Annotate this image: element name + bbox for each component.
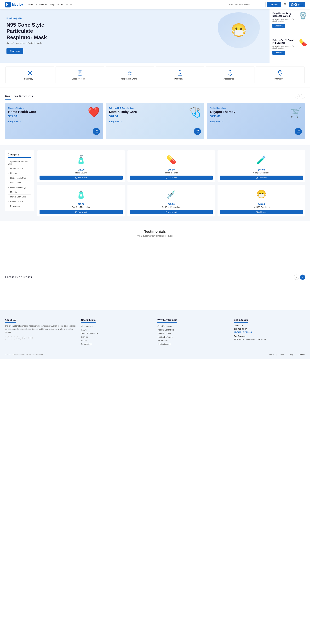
product-4-name: GeriCare Magnesium	[39, 206, 123, 208]
search-area: Search	[227, 2, 281, 7]
category-item-blood-pressure[interactable]: Blood Pressure →	[56, 66, 104, 84]
svg-point-3	[29, 72, 31, 74]
footer-link-all-properties[interactable]: All properties	[81, 324, 153, 328]
social-pinterest[interactable]: p	[22, 336, 27, 340]
cart-button[interactable]: 0 $0.00	[289, 2, 305, 7]
add-to-cart-button-6[interactable]: Add to cart	[220, 210, 303, 214]
hero-shop-now-button[interactable]: Shop Now	[6, 48, 23, 54]
pharmacy-1-icon	[7, 70, 52, 76]
sidebar-item-personal[interactable]: → Personal Care	[8, 199, 31, 204]
footer-why-face[interactable]: Face Masks	[157, 339, 229, 342]
category-item-pharmacy-1[interactable]: Pharmacy →	[5, 66, 54, 84]
sidebar-item-incontinence[interactable]: → Incontinence	[8, 180, 31, 185]
hero-card-2-cta[interactable]: Shop Now	[272, 50, 285, 55]
product-1-image: 🧴	[39, 152, 123, 167]
hero-card-1-cta[interactable]: Shop Now	[272, 24, 285, 28]
featured-card-3-title: Oxygen Therapy	[210, 110, 302, 114]
sidebar-item-firstaid[interactable]: → First Aid	[8, 171, 31, 176]
testimonials-section: Testimonials What customer say amazing p…	[0, 221, 310, 268]
nav-pages[interactable]: Pages	[57, 4, 63, 6]
footer-bottom-contact[interactable]: Contact	[299, 354, 305, 356]
footer-divider-3: |	[296, 354, 296, 356]
footer-why-food[interactable]: Food & Beverage	[157, 335, 229, 339]
sidebar-item-mobility[interactable]: → Mobility	[8, 190, 31, 194]
category-item-pharmacy-2[interactable]: Pharmacy →	[156, 66, 204, 84]
category-item-independent[interactable]: Independent Living →	[106, 66, 154, 84]
social-instagram[interactable]: in	[16, 336, 21, 340]
product-4-image: 🧴	[39, 187, 123, 202]
featured-card-1-discount: 15%OFF	[93, 128, 100, 135]
logo[interactable]: MediLy	[5, 2, 23, 8]
footer-why-eye[interactable]: Eye & Ear Care	[157, 332, 229, 335]
blood-pressure-icon	[57, 70, 103, 76]
product-1-name: Head Covers	[39, 172, 123, 174]
hero-card-2-title: Deluxe Cut N' Crush Pill Crusher	[272, 39, 297, 44]
product-card-3: 🧪 $45.00 Sharps Containers Add to cart	[217, 150, 305, 182]
product-card-2: 💊 $45.00 Fitness & Rehab Add to cart	[128, 150, 215, 182]
featured-prev-arrow[interactable]: ‹	[295, 94, 300, 98]
footer-bottom-home[interactable]: Home	[269, 354, 274, 356]
featured-card-2-cta[interactable]: Shop Now →	[109, 120, 122, 123]
add-to-cart-button-3[interactable]: Add to cart	[220, 176, 303, 180]
featured-card-3-cta[interactable]: Shop Now →	[210, 120, 223, 123]
featured-card-3-image: 🛒	[290, 106, 302, 118]
sidebar-item-homehealth[interactable]: → Home Health Care	[8, 176, 31, 180]
social-facebook[interactable]: f	[5, 336, 9, 340]
sidebar-item-ostomy[interactable]: → Ostomy & Urology	[8, 185, 31, 190]
footer-email[interactable]: Yourname@mail.com	[234, 331, 305, 333]
logo-text: MediLy	[12, 3, 23, 6]
featured-nav-arrows: ‹ ›	[295, 94, 305, 98]
product-6-name: Lab N98 Face Mask	[220, 206, 303, 208]
footer-bottom-about[interactable]: About	[280, 354, 284, 356]
nav-home[interactable]: Home	[28, 4, 33, 6]
hero-left: Premium Quality N95 Cone Style Particula…	[0, 9, 270, 63]
blog-nav-arrows: ‹ ›	[294, 274, 305, 280]
search-button[interactable]: Search	[267, 2, 281, 7]
footer-link-popular-tags[interactable]: Popular tags	[81, 342, 153, 346]
sidebar-item-diabetes[interactable]: → Diabetes Care	[8, 166, 31, 171]
footer-bottom-blog[interactable]: Blog	[290, 354, 293, 356]
blog-prev-arrow[interactable]: ‹	[294, 274, 299, 280]
category-item-pharmacy-3[interactable]: Pharmacy →	[256, 66, 305, 84]
product-2-image: 💊	[130, 152, 213, 167]
footer-why-medication[interactable]: Medication Aids	[157, 342, 229, 346]
pharmacy-3-icon	[258, 70, 303, 76]
featured-next-arrow[interactable]: ›	[301, 94, 305, 98]
pharmacy-2-icon	[157, 70, 203, 76]
add-to-cart-button-4[interactable]: Add to cart	[39, 210, 123, 214]
social-twitter[interactable]: t	[11, 336, 15, 340]
footer-link-terms[interactable]: Terms & Conditions	[81, 332, 153, 335]
sidebar-item-apparel[interactable]: → Apparel & Protective Gear	[8, 159, 31, 166]
nav-news[interactable]: News	[66, 4, 72, 6]
sidebar-item-respiratory[interactable]: → Respiratory	[8, 204, 31, 208]
add-to-cart-button-1[interactable]: Add to cart	[39, 176, 123, 180]
nav-collections[interactable]: Collections	[36, 4, 47, 6]
hero-card-1-title: Drug Buster Drug Disposal System	[272, 12, 297, 17]
social-icons: f t in p g	[5, 336, 76, 340]
featured-card-3: Medical Containers Oxygen Therapy $235.0…	[207, 103, 305, 139]
footer-why-odor[interactable]: Odor Eliminators	[157, 324, 229, 328]
svg-rect-4	[78, 71, 82, 76]
featured-cards: Diabetes Monitors Home Health Care $35.0…	[5, 103, 305, 139]
featured-card-3-badge: Medical Containers	[210, 107, 302, 109]
blog-next-arrow[interactable]: ›	[300, 274, 305, 280]
footer-contact-us-label[interactable]: Contact Us	[234, 324, 305, 327]
social-google[interactable]: g	[28, 336, 33, 340]
sidebar-item-mom[interactable]: → Mom & Baby Care	[8, 194, 31, 199]
footer-bottom-links: Home | About | Blog | Contact	[269, 354, 305, 356]
search-input[interactable]	[227, 2, 266, 7]
accessories-icon	[207, 70, 253, 76]
category-label-pharmacy-2: Pharmacy →	[174, 78, 186, 80]
add-to-cart-button-5[interactable]: Add to cart	[130, 210, 213, 214]
nav-shop[interactable]: Shop	[50, 4, 54, 6]
footer-link-faqs[interactable]: FAQ'S	[81, 328, 153, 332]
add-to-cart-button-2[interactable]: Add to cart	[130, 176, 213, 180]
category-item-accessories[interactable]: Accessories →	[206, 66, 254, 84]
footer-link-articles[interactable]: Articles	[81, 339, 153, 342]
footer-why-medical[interactable]: Medical Containers	[157, 328, 229, 332]
footer-link-signup[interactable]: Sign up	[81, 335, 153, 339]
featured-card-1-cta[interactable]: Shop Now →	[8, 120, 21, 123]
hero-card-2-subtitle: Stay safe, stay home. Let's stop it toge…	[272, 45, 297, 49]
account-icon[interactable]	[283, 2, 287, 7]
category-label-pharmacy-3: Pharmacy →	[275, 78, 286, 80]
